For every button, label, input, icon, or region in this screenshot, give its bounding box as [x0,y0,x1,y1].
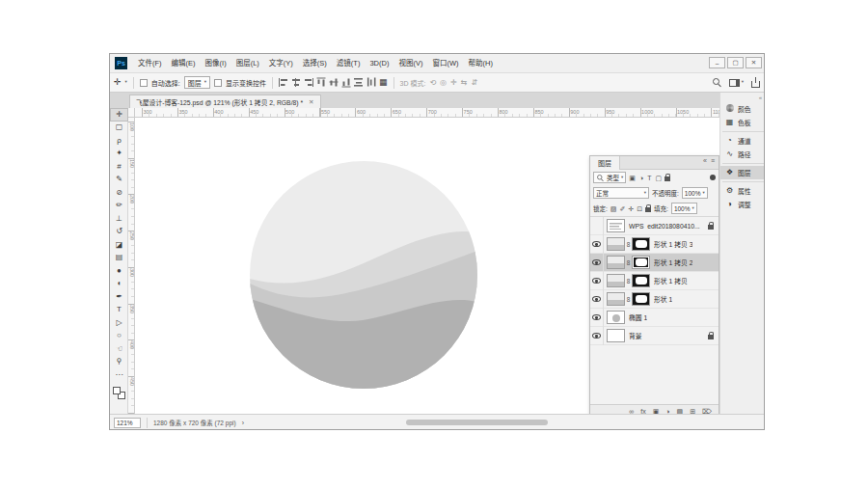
menu-item[interactable]: 编辑(E) [167,54,201,73]
menu-item[interactable]: 帮助(H) [464,54,498,73]
menu-item[interactable]: 图像(I) [201,54,231,73]
filter-toggle-icon[interactable] [710,175,716,180]
menu-item[interactable]: 3D(D) [365,54,393,73]
layer-row[interactable]: 8 形状 1 [590,290,719,309]
3d-mode-icon-0[interactable]: ⟲ [429,79,436,87]
align-top-icon[interactable] [317,78,326,88]
marquee-tool[interactable]: ▢ [110,122,128,135]
layer-thumbnail[interactable] [607,237,625,251]
layer-mask-thumbnail[interactable] [632,256,650,269]
eraser-tool[interactable]: ◪ [110,238,128,252]
filter-type-layers-icon[interactable]: T [647,175,651,181]
align-middle-vertical-icon[interactable] [330,78,339,88]
horizontal-scrollbar-thumb[interactable] [406,420,548,425]
distribute-middle-icon[interactable] [367,78,376,88]
blend-mode-dropdown[interactable]: 正常 ▾ [593,187,649,199]
visibility-cell[interactable] [590,327,604,345]
path-selection-tool[interactable]: ▷ [110,316,128,330]
eye-icon[interactable] [592,314,601,320]
clone-stamp-tool[interactable]: ⊥ [110,212,128,226]
filter-shape-layers-icon[interactable]: ▢ [655,175,662,181]
layer-thumbnail[interactable] [607,311,625,324]
filter-adjustment-layers-icon[interactable]: ◑ [639,175,643,181]
layer-name[interactable]: 形状 1 [654,294,672,304]
distribute-top-icon[interactable] [354,78,364,87]
eye-icon[interactable] [592,259,601,265]
3d-mode-icon-3[interactable]: ⇆ [461,79,468,87]
layer-name[interactable]: 形状 1 拷贝 3 [654,239,692,249]
dock-item-通道[interactable]: ◔通道 [720,134,765,148]
layer-thumbnail[interactable] [607,292,625,306]
close-button[interactable]: ✕ [746,57,762,68]
dodge-tool[interactable]: ◖ [110,278,128,291]
menu-item[interactable]: 选择(S) [298,54,332,73]
pen-tool[interactable]: ✒ [110,290,128,304]
brush-tool[interactable]: ✏ [110,200,128,213]
healing-brush-tool[interactable]: ⊘ [110,186,128,200]
lock-transparent-icon[interactable]: ▨ [610,205,617,212]
move-tool[interactable]: ✛ [110,108,128,122]
dock-item-调整[interactable]: ◑调整 [720,198,765,211]
workspace-switcher[interactable]: ▾ [729,79,744,87]
layer-row[interactable]: 8 形状 1 拷贝 [590,272,719,290]
edit-toolbar-button[interactable]: ⋯ [110,368,128,382]
close-tab-icon[interactable]: ✕ [309,98,313,106]
layer-thumbnail[interactable] [607,329,625,342]
layer-name[interactable]: 椭圆 1 [629,312,647,322]
filter-pixel-layers-icon[interactable]: ▣ [629,175,636,181]
eye-icon[interactable] [592,296,601,302]
lasso-tool[interactable]: ρ [110,134,128,148]
layer-name[interactable]: 形状 1 拷贝 [654,276,688,285]
layer-row-selected[interactable]: 8 形状 1 拷贝 2 [590,254,719,272]
layer-name[interactable]: 背景 [629,331,642,340]
dock-item-路径[interactable]: ∿路径 [720,148,765,161]
zoom-level-field[interactable]: 121% [114,418,141,428]
layer-mask-thumbnail[interactable] [632,237,650,251]
search-icon[interactable] [713,78,721,87]
eyedropper-tool[interactable]: ✎ [110,174,128,187]
hand-tool[interactable]: ☜ [110,342,128,356]
layer-name[interactable]: WPS_edit2018080410... [629,223,700,230]
dock-item-色板[interactable]: ▦色板 [720,116,765,129]
minimize-button[interactable]: – [709,57,725,68]
menu-item[interactable]: 窗口(W) [427,54,463,73]
lock-artboard-icon[interactable]: ⊡ [637,205,642,212]
shape-tool[interactable]: ○ [110,330,128,343]
align-left-icon[interactable] [279,78,288,87]
visibility-cell[interactable] [590,272,604,290]
type-tool[interactable]: T [110,304,128,317]
layer-mask-thumbnail[interactable] [632,292,650,306]
eye-icon[interactable] [592,241,601,247]
layer-mask-thumbnail[interactable] [632,274,650,287]
auto-select-dropdown[interactable]: 图层 ▾ [184,76,210,89]
layer-row[interactable]: 8 形状 1 拷贝 3 [590,235,719,254]
eye-icon[interactable] [592,333,601,339]
dock-item-颜色[interactable]: 颜色 [720,102,765,116]
visibility-cell[interactable] [590,254,604,272]
quick-selection-tool[interactable]: ✦ [110,148,128,161]
fill-dropdown[interactable]: 100% ▾ [671,203,697,214]
3d-mode-icon-2[interactable]: ✛ [450,79,457,87]
menu-item[interactable]: 视图(V) [393,54,427,73]
eye-icon[interactable] [592,278,601,284]
lock-position-icon[interactable]: ✛ [628,205,634,212]
visibility-cell[interactable] [590,290,604,309]
color-swatches-widget[interactable] [110,386,128,403]
layer-row[interactable]: 椭圆 1 [590,309,719,327]
dock-item-图层[interactable]: ❖图层 [720,166,765,179]
collapse-panel-icon[interactable]: « [703,157,708,164]
align-right-icon[interactable] [304,78,313,87]
layer-thumbnail[interactable] [607,219,625,232]
menu-item[interactable]: 图层(L) [231,54,264,73]
lock-all-icon[interactable] [645,207,651,212]
opacity-dropdown[interactable]: 100% ▾ [682,187,708,199]
panel-menu-icons[interactable]: « ≡ [703,157,716,164]
foreground-color-swatch[interactable] [113,387,121,394]
align-center-horizontal-icon[interactable] [291,78,301,87]
menu-item[interactable]: 文字(Y) [264,54,298,73]
menu-item[interactable]: 滤镜(T) [332,54,366,73]
panel-menu-icon[interactable]: ≡ [711,157,716,164]
lock-pixels-icon[interactable]: ✐ [619,205,625,212]
show-transform-checkbox[interactable] [214,79,222,87]
layer-row[interactable]: 背景 [590,327,719,345]
